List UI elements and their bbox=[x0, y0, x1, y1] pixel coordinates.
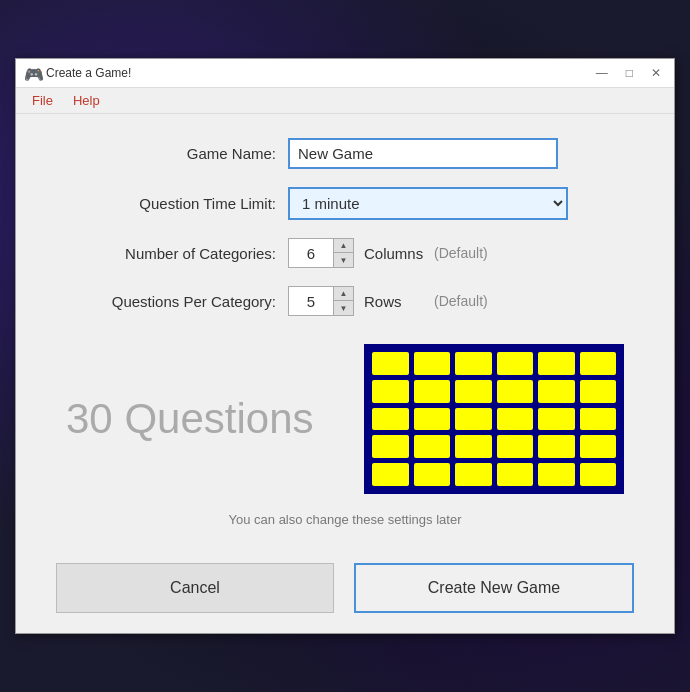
grid-cell bbox=[497, 463, 534, 486]
game-name-row: Game Name: bbox=[56, 138, 634, 169]
questions-per-spinner: ▲ ▼ bbox=[288, 286, 354, 316]
grid-cell bbox=[414, 352, 451, 375]
maximize-button[interactable]: □ bbox=[621, 65, 638, 81]
grid-cell bbox=[414, 380, 451, 403]
categories-down-button[interactable]: ▼ bbox=[333, 253, 353, 267]
questions-per-spinner-buttons: ▲ ▼ bbox=[333, 287, 353, 315]
menu-help[interactable]: Help bbox=[65, 90, 108, 111]
questions-per-row: Questions Per Category: ▲ ▼ Rows (Defaul… bbox=[56, 286, 634, 316]
grid-cell bbox=[580, 435, 617, 458]
grid-cell bbox=[414, 435, 451, 458]
close-button[interactable]: ✕ bbox=[646, 65, 666, 81]
grid-cell bbox=[497, 435, 534, 458]
grid-cell bbox=[538, 463, 575, 486]
titlebar: 🎮 Create a Game! — □ ✕ bbox=[16, 59, 674, 88]
lower-section: 30 Questions bbox=[56, 344, 634, 494]
questions-per-label: Questions Per Category: bbox=[56, 293, 276, 310]
time-limit-label: Question Time Limit: bbox=[56, 195, 276, 212]
cancel-button[interactable]: Cancel bbox=[56, 563, 334, 613]
grid-cell bbox=[455, 463, 492, 486]
questions-per-up-button[interactable]: ▲ bbox=[333, 287, 353, 301]
menubar: File Help bbox=[16, 88, 674, 114]
menu-file[interactable]: File bbox=[24, 90, 61, 111]
grid-cell bbox=[580, 463, 617, 486]
grid-cell bbox=[372, 352, 409, 375]
main-window: 🎮 Create a Game! — □ ✕ File Help Game Na… bbox=[15, 58, 675, 634]
grid-cell bbox=[414, 408, 451, 431]
grid-cell bbox=[538, 352, 575, 375]
create-button[interactable]: Create New Game bbox=[354, 563, 634, 613]
categories-up-button[interactable]: ▲ bbox=[333, 239, 353, 253]
grid-cell bbox=[372, 380, 409, 403]
game-grid bbox=[364, 344, 624, 494]
window-icon: 🎮 bbox=[24, 65, 40, 81]
categories-spinner-buttons: ▲ ▼ bbox=[333, 239, 353, 267]
grid-cell bbox=[497, 380, 534, 403]
grid-cell bbox=[372, 463, 409, 486]
questions-per-default: (Default) bbox=[434, 293, 488, 309]
questions-per-input[interactable] bbox=[289, 289, 333, 314]
minimize-button[interactable]: — bbox=[591, 65, 613, 81]
questions-per-unit: Rows bbox=[364, 293, 434, 310]
window-title: Create a Game! bbox=[46, 66, 591, 80]
categories-default: (Default) bbox=[434, 245, 488, 261]
questions-per-down-button[interactable]: ▼ bbox=[333, 301, 353, 315]
questions-count: 30 Questions bbox=[66, 395, 314, 443]
grid-cell bbox=[497, 408, 534, 431]
grid-cell bbox=[538, 408, 575, 431]
categories-row: Number of Categories: ▲ ▼ Columns (Defau… bbox=[56, 238, 634, 268]
grid-cell bbox=[580, 352, 617, 375]
content-area: Game Name: Question Time Limit: 30 secon… bbox=[16, 114, 674, 563]
grid-cell bbox=[580, 408, 617, 431]
time-limit-select[interactable]: 30 seconds 1 minute 2 minutes 3 minutes … bbox=[288, 187, 568, 220]
grid-cell bbox=[455, 408, 492, 431]
grid-cell bbox=[455, 352, 492, 375]
categories-unit: Columns bbox=[364, 245, 434, 262]
grid-cell bbox=[538, 380, 575, 403]
grid-cell bbox=[580, 380, 617, 403]
time-limit-row: Question Time Limit: 30 seconds 1 minute… bbox=[56, 187, 634, 220]
game-name-input[interactable] bbox=[288, 138, 558, 169]
grid-cell bbox=[372, 408, 409, 431]
grid-cell bbox=[497, 352, 534, 375]
categories-input[interactable] bbox=[289, 241, 333, 266]
grid-cell bbox=[372, 435, 409, 458]
grid-cell bbox=[538, 435, 575, 458]
grid-cell bbox=[414, 463, 451, 486]
game-name-label: Game Name: bbox=[56, 145, 276, 162]
categories-label: Number of Categories: bbox=[56, 245, 276, 262]
settings-note: You can also change these settings later bbox=[56, 512, 634, 527]
button-row: Cancel Create New Game bbox=[16, 563, 674, 633]
window-controls: — □ ✕ bbox=[591, 65, 666, 81]
grid-cell bbox=[455, 435, 492, 458]
categories-spinner: ▲ ▼ bbox=[288, 238, 354, 268]
grid-cell bbox=[455, 380, 492, 403]
